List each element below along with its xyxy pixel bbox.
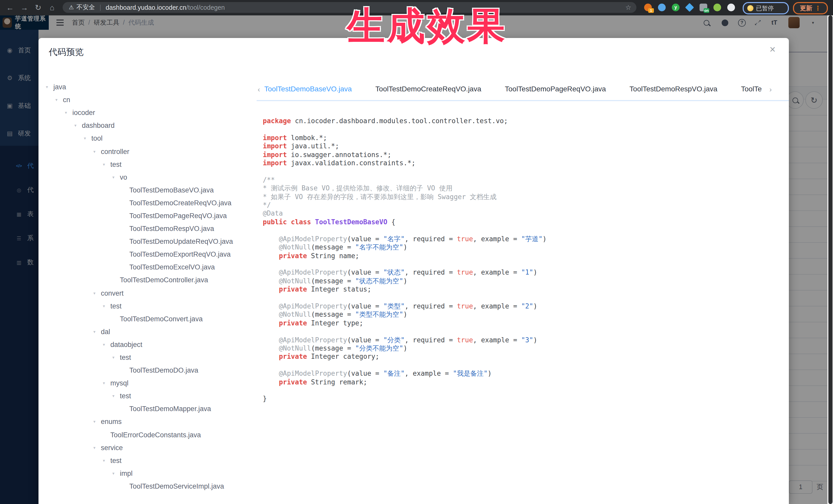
tree-item[interactable]: ▼convert — [45, 287, 256, 299]
close-icon[interactable]: × — [770, 44, 776, 54]
tree-caret-icon[interactable]: ▼ — [83, 137, 91, 140]
tree-caret-icon[interactable]: ▼ — [102, 304, 110, 308]
code-line — [263, 328, 547, 336]
tree-item-label: ToolTestDemoServiceImpl.java — [129, 482, 224, 490]
orange-circle-extension-icon[interactable]: 1 — [644, 4, 652, 11]
tree-item[interactable]: ToolTestDemoPageReqVO.java — [45, 209, 256, 222]
tab-1[interactable]: ToolTestDemoBaseVO.java — [264, 82, 352, 95]
tree-item[interactable]: ▼dal — [45, 326, 256, 338]
tree-item[interactable]: ▼test — [45, 299, 256, 312]
tree-caret-icon[interactable]: ▼ — [93, 446, 101, 449]
tree-item[interactable]: ▼cn — [45, 93, 256, 106]
tree-item[interactable]: ToolTestDemoController.java — [45, 274, 256, 287]
tree-item[interactable]: ▼test — [45, 158, 256, 171]
url-path: /tool/codegen — [186, 4, 225, 11]
forward-icon[interactable]: → — [21, 0, 28, 16]
browser-update-button[interactable]: 更新 ⋮ — [793, 2, 828, 15]
code-line: package cn.iocoder.dashboard.modules.too… — [263, 117, 547, 125]
tree-caret-icon[interactable]: ▼ — [55, 98, 63, 102]
tab-3[interactable]: ToolTestDemoPageReqVO.java — [505, 82, 606, 95]
tree-caret-icon[interactable]: ▼ — [64, 111, 72, 115]
tree-item-label: java — [53, 83, 66, 91]
tree-item-label: test — [120, 392, 131, 400]
tree-item[interactable]: ToolTestDemoCreateReqVO.java — [45, 197, 256, 209]
tree-item[interactable]: ToolTestDemoUpdateReqVO.java — [45, 235, 256, 248]
tree-item[interactable]: ToolTestDemoExcelVO.java — [45, 261, 256, 274]
tree-caret-icon[interactable]: ▼ — [102, 343, 110, 346]
tree-item[interactable]: ▼mysql — [45, 377, 256, 389]
tree-item-label: ToolTestDemoExportReqVO.java — [129, 251, 231, 258]
tree-item[interactable]: ▼test — [45, 390, 256, 403]
code-line: private String remark; — [263, 378, 547, 386]
code-line: /** — [263, 176, 547, 185]
tree-item[interactable]: ToolTestDemoBaseVO.java — [45, 184, 256, 197]
tree-item-label: dashboard — [82, 122, 115, 129]
blue-drop-extension-icon[interactable] — [658, 4, 666, 11]
tree-item[interactable]: ▼impl — [45, 467, 256, 480]
browser-menu-icon[interactable]: ⋮ — [815, 5, 821, 12]
tree-caret-icon[interactable]: ▼ — [93, 330, 101, 334]
url-host: dashboard.yudao.iocoder.cn — [106, 4, 186, 11]
tree-item[interactable]: ▼test — [45, 454, 256, 467]
tree-item[interactable]: ▼tool — [45, 132, 256, 145]
tab-5[interactable]: ToolTe — [741, 82, 762, 95]
tab-2[interactable]: ToolTestDemoCreateReqVO.java — [376, 82, 481, 95]
paused-extension-pill[interactable]: 已暂停 — [743, 2, 789, 15]
tree-item[interactable]: ▼enums — [45, 415, 256, 428]
url-divider — [100, 4, 101, 10]
tree-item-label: dataobject — [110, 341, 142, 349]
tree-item[interactable]: ToolTestDemoRespVO.java — [45, 222, 256, 235]
tab-scroll-left-icon[interactable]: ‹ — [258, 85, 260, 93]
tree-caret-icon[interactable]: ▼ — [102, 459, 110, 462]
tree-item-label: test — [110, 302, 122, 310]
tree-caret-icon[interactable]: ▼ — [93, 150, 101, 153]
tree-item[interactable]: ▼service — [45, 441, 256, 454]
tree-caret-icon[interactable]: ▼ — [112, 472, 120, 475]
code-line: import javax.validation.constraints.*; — [263, 159, 547, 168]
code-line — [263, 294, 547, 302]
scrollbar-thumb[interactable] — [828, 16, 832, 504]
tree-caret-icon[interactable]: ▼ — [93, 420, 101, 424]
browser-scrollbar[interactable] — [827, 16, 833, 504]
tree-caret-icon[interactable]: ▼ — [102, 381, 110, 385]
tree-item[interactable]: ToolTestDemoMapper.java — [45, 403, 256, 415]
tree-item[interactable]: ▼iocoder — [45, 106, 256, 119]
blue-diamond-extension-icon[interactable] — [686, 4, 693, 11]
code-line: import io.swagger.annotations.*; — [263, 151, 547, 159]
tree-caret-icon[interactable]: ▼ — [93, 291, 101, 295]
tree-item[interactable]: ▼dataobject — [45, 338, 256, 351]
tree-item[interactable]: ▼controller — [45, 145, 256, 158]
tree-item[interactable]: ToolTestDemoExportReqVO.java — [45, 248, 256, 261]
puzzle-extension-icon[interactable] — [727, 4, 735, 11]
back-icon[interactable]: ← — [6, 0, 14, 16]
tree-item[interactable]: ▼vo — [45, 171, 256, 184]
code-line: @ApiModelProperty(value = "状态", required… — [263, 269, 547, 277]
green-y-extension-icon[interactable]: y — [672, 4, 680, 11]
tree-item[interactable]: ▼java — [45, 80, 256, 93]
tree-caret-icon[interactable]: ▼ — [112, 394, 120, 398]
tree-caret-icon[interactable]: ▼ — [112, 175, 120, 179]
tree-item[interactable]: ▼test — [45, 351, 256, 364]
tree-item[interactable]: ToolTestDemoServiceImpl.java — [45, 480, 256, 493]
tree-item-label: service — [101, 444, 123, 451]
tree-caret-icon[interactable]: ▼ — [112, 356, 120, 359]
tree-caret-icon[interactable]: ▼ — [74, 124, 82, 127]
code-line: @NotNull(message = "名字不能为空") — [263, 243, 547, 252]
tree-item[interactable]: ▼dashboard — [45, 119, 256, 132]
list-on-extension-icon[interactable]: on — [699, 4, 707, 11]
tab-scroll-right-icon[interactable]: › — [769, 85, 772, 93]
tree-caret-icon[interactable]: ▼ — [102, 163, 110, 166]
tab-4[interactable]: ToolTestDemoRespVO.java — [629, 82, 717, 95]
tree-caret-icon[interactable]: ▼ — [45, 85, 53, 89]
reload-icon[interactable]: ↻ — [35, 0, 41, 16]
code-line: @NotNull(message = "类型不能为空") — [263, 311, 547, 319]
tree-item[interactable]: ToolTestDemoConvert.java — [45, 312, 256, 325]
tree-item[interactable]: ToolErrorCodeConstants.java — [45, 428, 256, 441]
file-tabs: ToolTestDemoBaseVO.javaToolTestDemoCreat… — [264, 82, 767, 95]
tree-item[interactable]: ToolTestDemoDO.java — [45, 364, 256, 377]
code-line: private String name; — [263, 252, 547, 260]
home-icon[interactable]: ⌂ — [50, 0, 54, 16]
bookmark-star-icon[interactable]: ☆ — [625, 2, 631, 13]
tree-item-label: dal — [101, 328, 110, 336]
green-sprout-extension-icon[interactable] — [713, 4, 721, 11]
